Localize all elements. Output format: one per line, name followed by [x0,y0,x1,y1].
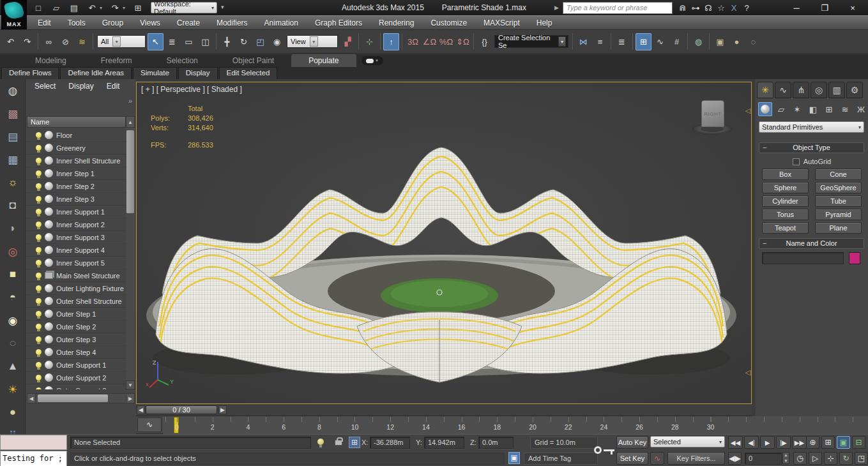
list-item-inner-support-2[interactable]: Inner Support 2 [27,218,126,231]
select-by-name-button[interactable]: ≣ [164,33,180,50]
explorer-menu-select[interactable]: Select [34,82,56,96]
redo-button[interactable]: ↷ [107,1,123,14]
save-file-button[interactable]: ▤ [66,1,82,14]
category-shapes[interactable]: ▱ [774,102,788,116]
select-manipulate-button[interactable]: ⊹ [362,33,377,50]
viewport-canvas[interactable]: Z x Y [137,82,751,403]
maxscript-mini-listener-pink[interactable] [0,435,67,450]
play-button[interactable]: ▶ [760,436,775,449]
menu-item-tools[interactable]: Tools [59,16,94,30]
render-iterative-button[interactable]: ◌ [745,33,761,50]
list-item-outer-shell-structure[interactable]: Outer Shell Structure [27,295,126,308]
list-item-inner-support-3[interactable]: Inner Support 3 [27,231,126,244]
unlink-button[interactable]: ⊘ [57,33,73,50]
reference-coord-dropdown[interactable]: View▾ [287,35,338,48]
ribbon-panel-define-flows[interactable]: Define Flows [1,67,59,79]
angle-snap-button[interactable]: ∠Ω [422,33,438,50]
scroll-down-button[interactable]: ▼ [126,380,135,389]
search-icon[interactable]: ⋒ [676,3,689,13]
pyramid-button[interactable]: Pyramid [815,209,862,220]
next-frame-button[interactable]: |▶ [776,436,791,449]
default-tangent-icon[interactable]: ∿ [650,452,664,465]
render-production-button[interactable]: ● [729,33,745,50]
particles-icon[interactable]: ⣿ [0,424,26,434]
category-geometry[interactable] [758,102,772,116]
cone-button[interactable]: Cone [815,169,862,180]
menu-item-views[interactable]: Views [132,16,169,30]
object-name-field[interactable] [762,252,844,264]
scrollbar-thumb[interactable] [38,395,108,402]
minimize-button[interactable]: ─ [782,0,811,15]
mirror-button[interactable]: ⋈ [575,33,591,50]
chevron-down-icon[interactable]: ▾ [100,5,105,11]
set-key-button[interactable]: Set Key [616,452,648,465]
sun-icon[interactable]: ☀ [0,378,26,401]
ribbon-panel-edit-selected[interactable]: Edit Selected [219,67,278,79]
zoom-extents-button[interactable]: ▣ [837,436,850,449]
list-item-outer-step-4[interactable]: Outer Step 4 [27,346,126,359]
select-scale-button[interactable]: ◰ [252,33,268,50]
use-pivot-center-button[interactable]: ▞ [340,33,356,50]
rendered-frame-button[interactable]: ▣ [712,33,728,50]
select-object-button[interactable]: ↖ [148,33,164,50]
percent-snap-button[interactable]: %Ω [438,33,454,50]
wire-teapot-icon[interactable]: ◌ [0,332,26,355]
maxscript-mini-listener-white[interactable]: Testing for ; [0,451,67,466]
rendered-image-icon[interactable]: ▩ [0,102,26,125]
frame-forward-button[interactable]: ▶ [218,405,227,414]
time-config-button[interactable]: ◷ [793,452,807,465]
signin-key-icon[interactable]: ⊶ [689,3,702,13]
sphere-icon[interactable]: ● [0,401,26,424]
category-lights[interactable]: ✶ [790,102,804,116]
list-item-outer-support-2[interactable]: Outer Support 2 [27,372,126,384]
menu-item-group[interactable]: Group [94,16,132,30]
pan-button[interactable]: ⊹ [824,452,837,465]
geosphere-button[interactable]: GeoSphere [815,182,862,193]
chevron-right-icon[interactable]: » [128,97,132,105]
ribbon-panel-define-idle-areas[interactable]: Define Idle Areas [60,67,132,79]
scroll-left-button[interactable]: ◀ [27,393,36,403]
window-crossing-button[interactable]: ◫ [197,33,213,50]
menu-item-rendering[interactable]: Rendering [370,16,422,30]
goto-end-button[interactable]: ▶▶ [792,436,807,449]
list-item-outer-step-2[interactable]: Outer Step 2 [27,320,126,333]
schematic-view-button[interactable]: # [669,33,685,50]
menu-item-animation[interactable]: Animation [256,16,307,30]
z-coordinate-field[interactable]: 0.0m [478,437,514,449]
x-coordinate-field[interactable]: -36.288m [370,437,410,449]
snaps-toggle-button[interactable]: 3Ω [405,33,421,50]
named-selection-dropdown[interactable]: Create Selection Se▾ [494,35,568,48]
chevron-down-icon[interactable]: ▾ [123,5,128,11]
selection-filter-dropdown[interactable]: All▾ [97,35,146,48]
redo-button[interactable]: ↷ [19,33,35,50]
undo-button[interactable]: ↶ [3,33,19,50]
menu-item-create[interactable]: Create [169,16,208,30]
object-type-rollout[interactable]: − Object Type [759,142,864,153]
selection-lock-icon[interactable] [335,440,342,446]
auto-key-button[interactable]: Auto Key [616,436,648,449]
horizontal-scrollbar[interactable] [27,393,135,403]
camera-red-icon[interactable]: ◎ [0,240,26,263]
ribbon-tab-populate[interactable]: Populate [291,54,356,67]
viewcube[interactable]: RIGHT [691,100,736,140]
scroll-up-button[interactable]: ▲ [126,116,135,128]
tab-motion[interactable]: ◎ [811,82,827,98]
select-link-button[interactable]: ∞ [41,33,57,50]
list-item-outer-lighting-fixture[interactable]: Outer Lighting Fixture [27,282,126,295]
tube-button[interactable]: Tube [815,195,862,207]
render-teapot-icon[interactable]: ◍ [0,79,26,102]
name-column-header[interactable]: Name [27,116,126,128]
list-item-inner-step-3[interactable]: Inner Step 3 [27,193,126,206]
tab-display[interactable]: ▥ [828,82,845,98]
tab-utilities[interactable]: ⚙ [846,82,863,98]
realtime-button[interactable]: ▷ [809,452,822,465]
edit-named-selections-button[interactable]: {} [476,33,492,50]
prev-frame-button[interactable]: ◀| [744,436,759,449]
key-mode-button[interactable]: ◀▶ [728,452,742,465]
menu-item-graph-editors[interactable]: Graph Editors [307,16,370,30]
select-move-button[interactable]: ╋ [219,33,235,50]
restore-button[interactable]: ❐ [811,0,839,15]
timeline-ruler[interactable]: 024681012141618202224262830 [163,416,868,434]
category-helpers[interactable]: ⊞ [822,102,836,116]
project-folder-button[interactable]: ⊞ [130,1,146,14]
